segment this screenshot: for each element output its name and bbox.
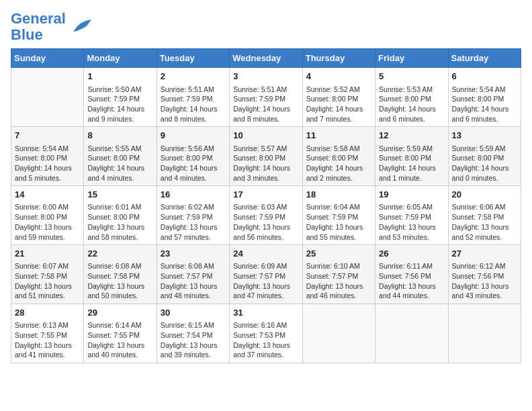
day-number: 18: [306, 189, 371, 201]
day-info: Sunrise: 6:02 AMSunset: 7:59 PMDaylight:…: [161, 202, 226, 242]
day-info: Sunrise: 6:03 AMSunset: 7:59 PMDaylight:…: [233, 202, 298, 242]
header-day-wednesday: Wednesday: [230, 49, 302, 68]
calendar-cell: 3Sunrise: 5:51 AMSunset: 7:59 PMDaylight…: [230, 68, 302, 127]
day-number: 20: [452, 189, 517, 201]
calendar-week-row: 21Sunrise: 6:07 AMSunset: 7:58 PMDayligh…: [11, 245, 521, 304]
calendar-cell: 28Sunrise: 6:13 AMSunset: 7:55 PMDayligh…: [11, 304, 84, 363]
calendar-cell: 8Sunrise: 5:55 AMSunset: 8:00 PMDaylight…: [84, 127, 157, 186]
calendar-cell: 21Sunrise: 6:07 AMSunset: 7:58 PMDayligh…: [11, 245, 84, 304]
day-info: Sunrise: 6:15 AMSunset: 7:54 PMDaylight:…: [161, 320, 226, 360]
day-info: Sunrise: 5:50 AMSunset: 7:59 PMDaylight:…: [87, 85, 152, 124]
day-number: 23: [161, 248, 226, 260]
day-info: Sunrise: 6:04 AMSunset: 7:59 PMDaylight:…: [306, 202, 371, 242]
day-info: Sunrise: 5:51 AMSunset: 7:59 PMDaylight:…: [233, 85, 298, 124]
calendar-cell: 7Sunrise: 5:54 AMSunset: 8:00 PMDaylight…: [11, 127, 84, 186]
day-number: 26: [379, 248, 444, 260]
calendar-cell: [302, 304, 375, 363]
logo-bird-icon: [69, 15, 93, 39]
calendar-cell: 31Sunrise: 6:16 AMSunset: 7:53 PMDayligh…: [230, 304, 302, 363]
day-number: 10: [233, 130, 298, 142]
header-day-saturday: Saturday: [448, 49, 521, 68]
calendar-cell: 27Sunrise: 6:12 AMSunset: 7:56 PMDayligh…: [448, 245, 521, 304]
day-number: 8: [87, 130, 152, 142]
calendar-cell: 11Sunrise: 5:58 AMSunset: 8:00 PMDayligh…: [302, 127, 375, 186]
day-info: Sunrise: 5:53 AMSunset: 8:00 PMDaylight:…: [379, 85, 444, 124]
calendar-cell: [375, 304, 448, 363]
calendar-cell: 19Sunrise: 6:05 AMSunset: 7:59 PMDayligh…: [375, 186, 448, 245]
day-info: Sunrise: 6:00 AMSunset: 8:00 PMDaylight:…: [15, 202, 80, 242]
calendar-week-row: 28Sunrise: 6:13 AMSunset: 7:55 PMDayligh…: [11, 304, 521, 363]
day-info: Sunrise: 6:16 AMSunset: 7:53 PMDaylight:…: [233, 320, 298, 360]
calendar-cell: 29Sunrise: 6:14 AMSunset: 7:55 PMDayligh…: [84, 304, 157, 363]
day-info: Sunrise: 5:54 AMSunset: 8:00 PMDaylight:…: [452, 85, 517, 124]
header-day-monday: Monday: [84, 49, 157, 68]
logo-text2: Blue: [11, 27, 66, 43]
day-number: 12: [379, 130, 444, 142]
day-number: 7: [15, 130, 80, 142]
day-info: Sunrise: 5:59 AMSunset: 8:00 PMDaylight:…: [379, 144, 444, 183]
day-number: 21: [15, 248, 80, 260]
day-info: Sunrise: 5:57 AMSunset: 8:00 PMDaylight:…: [233, 144, 298, 183]
calendar-header-row: SundayMondayTuesdayWednesdayThursdayFrid…: [11, 49, 521, 68]
day-number: 28: [15, 307, 80, 319]
day-number: 5: [379, 71, 444, 83]
day-number: 19: [379, 189, 444, 201]
day-number: 27: [452, 248, 517, 260]
calendar-cell: 6Sunrise: 5:54 AMSunset: 8:00 PMDaylight…: [448, 68, 521, 127]
calendar-cell: 22Sunrise: 6:08 AMSunset: 7:58 PMDayligh…: [84, 245, 157, 304]
calendar-cell: 2Sunrise: 5:51 AMSunset: 7:59 PMDaylight…: [157, 68, 229, 127]
calendar-table: SundayMondayTuesdayWednesdayThursdayFrid…: [11, 48, 521, 363]
day-info: Sunrise: 6:05 AMSunset: 7:59 PMDaylight:…: [379, 202, 444, 242]
calendar-cell: 16Sunrise: 6:02 AMSunset: 7:59 PMDayligh…: [157, 186, 229, 245]
calendar-cell: [448, 304, 521, 363]
day-info: Sunrise: 5:54 AMSunset: 8:00 PMDaylight:…: [15, 144, 80, 183]
day-number: 14: [15, 189, 80, 201]
calendar-cell: 20Sunrise: 6:06 AMSunset: 7:58 PMDayligh…: [448, 186, 521, 245]
day-number: 1: [87, 71, 152, 83]
day-info: Sunrise: 6:12 AMSunset: 7:56 PMDaylight:…: [452, 261, 517, 301]
day-number: 6: [452, 71, 517, 83]
day-info: Sunrise: 5:56 AMSunset: 8:00 PMDaylight:…: [161, 144, 226, 183]
header-day-friday: Friday: [375, 49, 448, 68]
day-number: 3: [233, 71, 298, 83]
day-info: Sunrise: 6:11 AMSunset: 7:56 PMDaylight:…: [379, 261, 444, 301]
day-number: 25: [306, 248, 371, 260]
calendar-cell: 4Sunrise: 5:52 AMSunset: 8:00 PMDaylight…: [302, 68, 375, 127]
calendar-cell: [11, 68, 84, 127]
day-info: Sunrise: 6:08 AMSunset: 7:58 PMDaylight:…: [87, 261, 152, 301]
day-number: 15: [87, 189, 152, 201]
day-info: Sunrise: 6:10 AMSunset: 7:57 PMDaylight:…: [306, 261, 371, 301]
day-info: Sunrise: 6:01 AMSunset: 8:00 PMDaylight:…: [87, 202, 152, 242]
calendar-cell: 14Sunrise: 6:00 AMSunset: 8:00 PMDayligh…: [11, 186, 84, 245]
day-info: Sunrise: 6:07 AMSunset: 7:58 PMDaylight:…: [15, 261, 80, 301]
calendar-cell: 23Sunrise: 6:08 AMSunset: 7:57 PMDayligh…: [157, 245, 229, 304]
day-number: 29: [87, 307, 152, 319]
logo-text: General: [11, 11, 66, 27]
day-number: 4: [306, 71, 371, 83]
day-number: 16: [161, 189, 226, 201]
day-info: Sunrise: 5:58 AMSunset: 8:00 PMDaylight:…: [306, 144, 371, 183]
logo: General Blue: [11, 11, 93, 43]
calendar-week-row: 1Sunrise: 5:50 AMSunset: 7:59 PMDaylight…: [11, 68, 521, 127]
day-number: 2: [161, 71, 226, 83]
header-day-sunday: Sunday: [11, 49, 84, 68]
day-info: Sunrise: 6:06 AMSunset: 7:58 PMDaylight:…: [452, 202, 517, 242]
calendar-cell: 10Sunrise: 5:57 AMSunset: 8:00 PMDayligh…: [230, 127, 302, 186]
day-number: 17: [233, 189, 298, 201]
day-info: Sunrise: 6:08 AMSunset: 7:57 PMDaylight:…: [161, 261, 226, 301]
calendar-cell: 13Sunrise: 5:59 AMSunset: 8:00 PMDayligh…: [448, 127, 521, 186]
calendar-cell: 5Sunrise: 5:53 AMSunset: 8:00 PMDaylight…: [375, 68, 448, 127]
calendar-cell: 26Sunrise: 6:11 AMSunset: 7:56 PMDayligh…: [375, 245, 448, 304]
day-number: 31: [233, 307, 298, 319]
day-info: Sunrise: 6:13 AMSunset: 7:55 PMDaylight:…: [15, 320, 80, 360]
day-info: Sunrise: 6:09 AMSunset: 7:57 PMDaylight:…: [233, 261, 298, 301]
calendar-cell: 25Sunrise: 6:10 AMSunset: 7:57 PMDayligh…: [302, 245, 375, 304]
day-number: 11: [306, 130, 371, 142]
day-number: 22: [87, 248, 152, 260]
calendar-cell: 24Sunrise: 6:09 AMSunset: 7:57 PMDayligh…: [230, 245, 302, 304]
calendar-cell: 1Sunrise: 5:50 AMSunset: 7:59 PMDaylight…: [84, 68, 157, 127]
calendar-week-row: 14Sunrise: 6:00 AMSunset: 8:00 PMDayligh…: [11, 186, 521, 245]
calendar-cell: 12Sunrise: 5:59 AMSunset: 8:00 PMDayligh…: [375, 127, 448, 186]
day-number: 9: [161, 130, 226, 142]
day-number: 30: [161, 307, 226, 319]
